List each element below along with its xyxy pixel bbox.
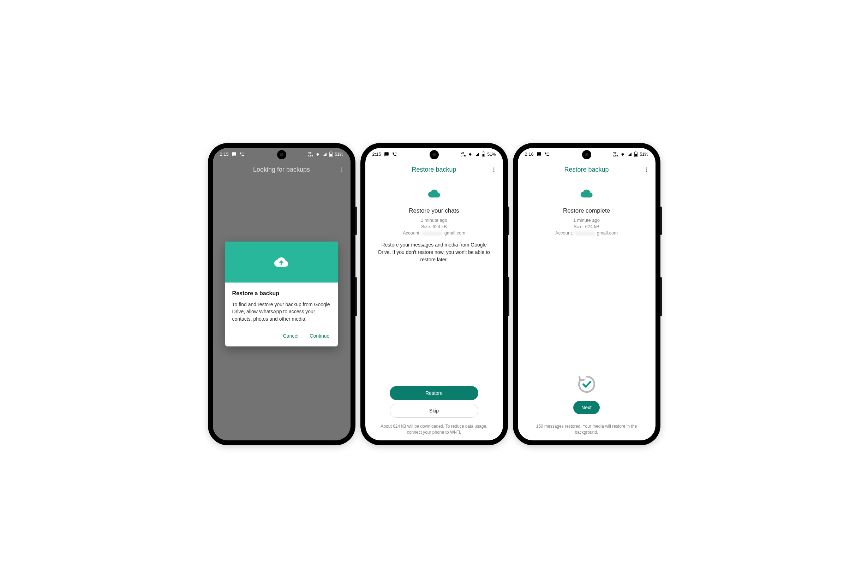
svg-point-4 bbox=[341, 169, 342, 170]
phone-frame-3: 2:16 VoLTE 51% Restore backu bbox=[513, 143, 660, 445]
chat-bubble-icon bbox=[384, 152, 389, 157]
restore-button[interactable]: Restore bbox=[390, 386, 478, 400]
svg-point-3 bbox=[341, 167, 342, 168]
more-vert-icon bbox=[643, 167, 650, 173]
main-content: Restore complete 1 minute ago Size: 624 … bbox=[518, 179, 655, 421]
signal-icon bbox=[627, 152, 632, 157]
svg-rect-14 bbox=[635, 154, 637, 157]
camera-punch-hole bbox=[277, 150, 286, 159]
svg-point-16 bbox=[646, 169, 647, 170]
battery-icon bbox=[329, 152, 333, 157]
battery-icon bbox=[634, 152, 638, 157]
menu-button[interactable] bbox=[337, 165, 346, 175]
app-bar: Looking for backups bbox=[213, 161, 350, 179]
restore-footnote: 150 messages restored. Your media will r… bbox=[528, 423, 646, 436]
volte-icon: VoLTE bbox=[613, 152, 619, 157]
svg-rect-13 bbox=[635, 152, 636, 152]
signal-icon bbox=[322, 152, 327, 157]
content-heading: Restore your chats bbox=[409, 207, 459, 214]
battery-pct: 51% bbox=[335, 152, 343, 157]
svg-point-10 bbox=[493, 169, 494, 170]
svg-rect-8 bbox=[483, 154, 485, 157]
side-button bbox=[660, 207, 662, 235]
side-button bbox=[508, 277, 509, 316]
app-bar: Restore backup bbox=[518, 161, 655, 179]
main-content: Restore your chats 1 minute ago Size: 62… bbox=[365, 179, 503, 386]
appbar-title: Restore backup bbox=[564, 166, 608, 173]
svg-point-15 bbox=[646, 167, 647, 168]
clock: 2:16 bbox=[525, 152, 534, 157]
svg-point-9 bbox=[493, 167, 494, 168]
cloud-icon bbox=[578, 188, 595, 201]
clock: 2:15 bbox=[220, 152, 229, 157]
camera-punch-hole bbox=[430, 150, 439, 159]
restore-description: Restore your messages and media from Goo… bbox=[375, 241, 493, 263]
dialog-body-text: To find and restore your backup from Goo… bbox=[232, 301, 331, 322]
cancel-button[interactable]: Cancel bbox=[282, 331, 300, 341]
camera-punch-hole bbox=[582, 150, 591, 159]
more-vert-icon bbox=[338, 167, 344, 173]
more-vert-icon bbox=[491, 167, 497, 173]
wifi-calling-icon bbox=[392, 152, 397, 157]
svg-rect-2 bbox=[330, 154, 332, 157]
phone-frame-1: 2:15 VoLTE bbox=[208, 143, 356, 445]
appbar-title: Looking for backups bbox=[253, 166, 310, 173]
svg-point-11 bbox=[493, 171, 494, 172]
side-button bbox=[356, 277, 357, 316]
backup-time: 1 minute ago bbox=[421, 217, 447, 224]
wifi-calling-icon bbox=[544, 152, 550, 157]
skip-button[interactable]: Skip bbox=[390, 404, 478, 418]
redacted-account-name bbox=[422, 232, 442, 235]
cloud-icon bbox=[426, 188, 443, 201]
menu-button[interactable] bbox=[489, 165, 499, 175]
download-footnote: About 624 kB will be downloaded. To redu… bbox=[375, 423, 493, 436]
signal-icon bbox=[475, 152, 480, 157]
dialog-title: Restore a backup bbox=[232, 290, 331, 297]
side-button bbox=[508, 207, 509, 235]
app-bar: Restore backup bbox=[365, 161, 503, 179]
wifi-calling-icon bbox=[239, 152, 245, 157]
cloud-upload-icon bbox=[272, 255, 291, 269]
next-button[interactable]: Next bbox=[573, 401, 600, 414]
restore-complete-icon bbox=[576, 374, 597, 396]
side-button bbox=[356, 207, 357, 235]
battery-pct: 51% bbox=[640, 152, 648, 157]
chat-bubble-icon bbox=[232, 152, 236, 157]
wifi-icon bbox=[315, 152, 320, 157]
svg-point-5 bbox=[341, 171, 342, 172]
phone-frame-2: 2:15 VoLTE 51% Restore backu bbox=[360, 143, 508, 445]
battery-icon bbox=[481, 152, 486, 157]
backup-account: Account: gmail.com bbox=[555, 230, 618, 236]
dialog-hero bbox=[225, 242, 338, 282]
continue-button[interactable]: Continue bbox=[308, 331, 331, 341]
restore-backup-dialog: Restore a backup To find and restore you… bbox=[225, 242, 338, 346]
backup-size: Size: 624 kB bbox=[421, 223, 447, 230]
backup-time: 1 minute ago bbox=[573, 217, 600, 224]
volte-icon: VoLTE bbox=[308, 152, 313, 157]
svg-rect-7 bbox=[483, 152, 484, 152]
side-button bbox=[660, 277, 662, 316]
svg-rect-1 bbox=[331, 152, 331, 152]
redacted-account-name bbox=[575, 232, 595, 235]
battery-pct: 51% bbox=[487, 152, 496, 157]
menu-button[interactable] bbox=[641, 165, 651, 175]
clock: 2:15 bbox=[372, 152, 381, 157]
wifi-icon bbox=[620, 152, 626, 157]
backup-size: Size: 624 kB bbox=[574, 223, 599, 230]
modal-overlay: Restore a backup To find and restore you… bbox=[213, 148, 350, 440]
bottom-actions: Restore Skip About 624 kB will be downlo… bbox=[365, 386, 503, 440]
bottom-footnote-area: 150 messages restored. Your media will r… bbox=[518, 421, 655, 440]
chat-bubble-icon bbox=[537, 152, 542, 157]
appbar-title: Restore backup bbox=[412, 166, 456, 173]
content-heading: Restore complete bbox=[563, 207, 610, 214]
wifi-icon bbox=[467, 152, 473, 157]
backup-account: Account: gmail.com bbox=[403, 230, 465, 236]
volte-icon: VoLTE bbox=[461, 152, 466, 157]
svg-point-17 bbox=[646, 171, 647, 172]
